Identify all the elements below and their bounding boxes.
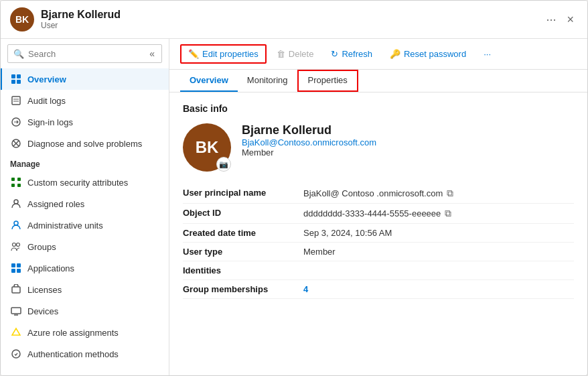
auth-methods-label: Authentication methods [27,349,119,359]
info-row-identities: Identities [183,261,574,280]
more-button[interactable]: ··· [476,45,498,63]
info-row-objectid: Object ID dddddddd-3333-4444-5555-eeeeee… [183,204,574,224]
svg-rect-11 [11,184,15,187]
azure-icon [10,326,22,338]
user-details: Bjarne Kollerud BjaKoll@Contoso.onmicros… [242,123,376,158]
svg-point-15 [13,243,16,247]
azure-roles-label: Azure role assignments [27,328,119,338]
user-full-name: Bjarne Kollerud [242,123,376,137]
delete-button[interactable]: 🗑 Delete [269,45,321,63]
admin-icon [10,219,22,231]
custom-security-label: Custom security attributes [27,178,128,188]
nav-item-applications[interactable]: Applications [1,257,169,279]
info-table: User principal name BjaKoll@ Contoso .on… [183,184,574,299]
user-info-row: BK 📷 Bjarne Kollerud BjaKoll@Contoso.onm… [183,123,574,172]
info-row-groups: Group memberships 4 [183,280,574,299]
groups-label: Groups [27,242,56,252]
title-bar: BK Bjarne Kollerud User ··· × [1,1,587,39]
admin-units-label: Administrative units [27,221,103,231]
svg-rect-22 [11,308,21,314]
nav-item-custom-security[interactable]: Custom security attributes [1,172,169,193]
overview-label: Overview [27,74,66,84]
svg-point-14 [14,221,18,225]
sidebar: 🔍 « Overview Audit logs Sign [1,39,169,375]
search-box[interactable]: 🔍 « [7,44,162,63]
main-content: 🔍 « Overview Audit logs Sign [1,39,587,375]
svg-rect-21 [12,287,20,293]
apps-icon [10,262,22,274]
manage-header: Manage [1,154,169,172]
audit-icon [10,95,22,107]
audit-logs-label: Audit logs [27,96,66,106]
user-type: Member [242,147,376,158]
nav-item-licenses[interactable]: Licenses [1,279,169,300]
svg-point-16 [17,243,20,247]
diagnose-icon [10,137,22,149]
tab-overview[interactable]: Overview [180,70,238,92]
content-area: ✏️ Edit properties 🗑 Delete ↻ Refresh 🔑 … [169,39,587,375]
nav-item-azure-roles[interactable]: Azure role assignments [1,322,169,343]
search-input[interactable] [28,49,148,59]
title-avatar: BK [10,7,34,32]
section-title: Basic info [183,103,574,114]
upn-copy-button[interactable]: ⧉ [447,188,453,199]
info-row-usertype: User type Member [183,243,574,261]
tabs: Overview Monitoring Properties [169,70,587,92]
signin-icon [10,116,22,128]
signin-logs-label: Sign-in logs [27,117,73,127]
svg-point-13 [14,200,18,204]
svg-rect-17 [11,263,15,267]
nav-item-diagnose[interactable]: Diagnose and solve problems [1,133,169,154]
svg-rect-18 [17,263,21,267]
nav-item-devices[interactable]: Devices [1,300,169,322]
identities-label: Identities [183,265,303,275]
groups-value: 4 [303,284,308,294]
applications-label: Applications [27,263,74,273]
edit-properties-button[interactable]: ✏️ Edit properties [180,44,267,64]
collapse-button[interactable]: « [148,48,156,59]
nav-item-groups[interactable]: Groups [1,236,169,257]
groups-icon [10,241,22,253]
usertype-value: Member [303,247,336,257]
nav-item-audit-logs[interactable]: Audit logs [1,90,169,111]
camera-button[interactable]: 📷 [216,157,231,172]
svg-point-24 [12,350,20,358]
devices-label: Devices [27,306,58,316]
svg-rect-12 [17,184,21,187]
groups-label: Group memberships [183,284,303,294]
diagnose-label: Diagnose and solve problems [27,139,142,149]
edit-icon: ✏️ [188,49,199,59]
created-label: Created date time [183,228,303,238]
groups-count[interactable]: 4 [303,284,308,294]
nav-item-overview[interactable]: Overview [1,68,169,90]
detail-panel: Basic info BK 📷 Bjarne Kollerud BjaKoll@… [169,92,587,375]
svg-rect-9 [11,178,15,181]
svg-rect-20 [17,269,21,273]
overview-icon [10,73,22,85]
custom-security-icon [10,176,22,188]
search-icon: 🔍 [13,49,24,59]
tab-monitoring[interactable]: Monitoring [238,70,297,92]
upn-value: BjaKoll@ Contoso .onmicrosoft.com ⧉ [303,188,453,199]
nav-item-admin-units[interactable]: Administrative units [1,214,169,236]
delete-icon: 🗑 [277,49,285,59]
tab-properties[interactable]: Properties [297,70,358,92]
objectid-copy-button[interactable]: ⧉ [445,208,451,219]
info-row-created: Created date time Sep 3, 2024, 10:56 AM [183,224,574,243]
title-role: User [41,21,539,30]
refresh-button[interactable]: ↻ Refresh [323,45,380,63]
close-button[interactable]: × [563,11,578,28]
nav-item-auth-methods[interactable]: Authentication methods [1,343,169,365]
title-more-button[interactable]: ··· [546,13,556,27]
reset-password-button[interactable]: 🔑 Reset password [382,45,473,63]
svg-rect-2 [11,80,15,84]
info-row-upn: User principal name BjaKoll@ Contoso .on… [183,184,574,204]
nav-item-signin-logs[interactable]: Sign-in logs [1,111,169,133]
nav-item-assigned-roles[interactable]: Assigned roles [1,193,169,214]
svg-rect-4 [12,97,20,105]
user-email: BjaKoll@Contoso.onmicrosoft.com [242,137,376,147]
toolbar: ✏️ Edit properties 🗑 Delete ↻ Refresh 🔑 … [169,39,587,70]
reset-icon: 🔑 [390,49,400,59]
svg-rect-19 [11,269,15,273]
roles-icon [10,198,22,210]
